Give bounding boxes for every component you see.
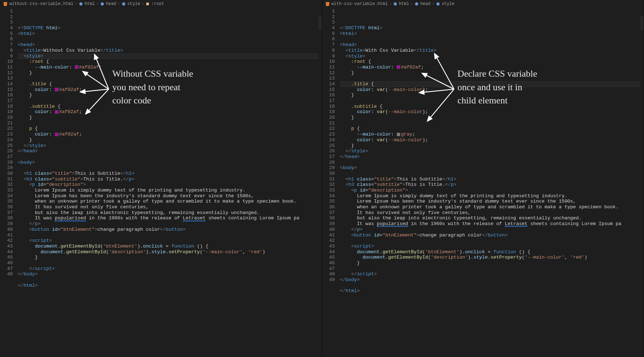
overview-ruler[interactable] xyxy=(318,16,322,357)
breadcrumb-item[interactable]: html xyxy=(84,1,95,6)
element-icon xyxy=(414,2,419,6)
chevron-right-icon: › xyxy=(75,1,77,6)
chevron-right-icon: › xyxy=(411,1,413,6)
editor-pane-left: without-css-variable.html › html › head … xyxy=(0,0,322,357)
chevron-right-icon: › xyxy=(389,1,392,6)
breadcrumb[interactable]: without-css-variable.html › html › head … xyxy=(0,0,322,8)
breadcrumb-item[interactable]: head xyxy=(106,1,116,6)
svg-point-9 xyxy=(415,2,418,6)
element-icon xyxy=(436,2,440,6)
code-editor[interactable]: 1234567891011121314151617181920212223242… xyxy=(322,8,644,357)
breadcrumb-item[interactable]: :root xyxy=(151,1,164,6)
element-icon xyxy=(393,2,397,6)
breadcrumb-item[interactable]: style xyxy=(442,1,454,6)
chevron-right-icon: › xyxy=(141,1,144,6)
code-editor[interactable]: 1234567891011121314151617181920212223242… xyxy=(0,8,322,357)
breadcrumb[interactable]: with-css-variable.html › html › head › s… xyxy=(322,0,644,8)
breadcrumb-file[interactable]: without-css-variable.html xyxy=(9,1,73,6)
svg-point-1 xyxy=(101,2,104,6)
svg-point-2 xyxy=(122,2,125,6)
element-icon xyxy=(122,2,126,6)
overview-ruler[interactable] xyxy=(640,16,644,357)
css-rule-icon xyxy=(145,2,150,6)
file-html-icon xyxy=(325,1,330,6)
svg-point-0 xyxy=(79,2,83,6)
breadcrumb-item[interactable]: head xyxy=(420,1,431,6)
svg-rect-3 xyxy=(146,2,149,5)
line-number-gutter: 1234567891011121314151617181920212223242… xyxy=(0,8,18,357)
chevron-right-icon: › xyxy=(118,1,120,6)
svg-point-8 xyxy=(394,2,397,6)
element-icon xyxy=(79,2,83,6)
code-content[interactable]: <!DOCTYPE html><html><head> <title>With … xyxy=(340,8,644,357)
breadcrumb-file[interactable]: with-css-variable.html xyxy=(331,1,388,6)
editor-pane-right: with-css-variable.html › html › head › s… xyxy=(322,0,644,357)
breadcrumb-item[interactable]: html xyxy=(399,1,409,6)
chevron-right-icon: › xyxy=(432,1,434,6)
breadcrumb-item[interactable]: style xyxy=(127,1,140,6)
line-number-gutter: 1234567891011121314151617181920212223242… xyxy=(322,8,340,357)
chevron-right-icon: › xyxy=(96,1,99,6)
svg-point-10 xyxy=(437,2,440,6)
element-icon xyxy=(100,2,104,6)
file-html-icon xyxy=(3,1,8,6)
code-content[interactable]: <!DOCTYPE html><html><head> <title>Witho… xyxy=(18,8,322,357)
